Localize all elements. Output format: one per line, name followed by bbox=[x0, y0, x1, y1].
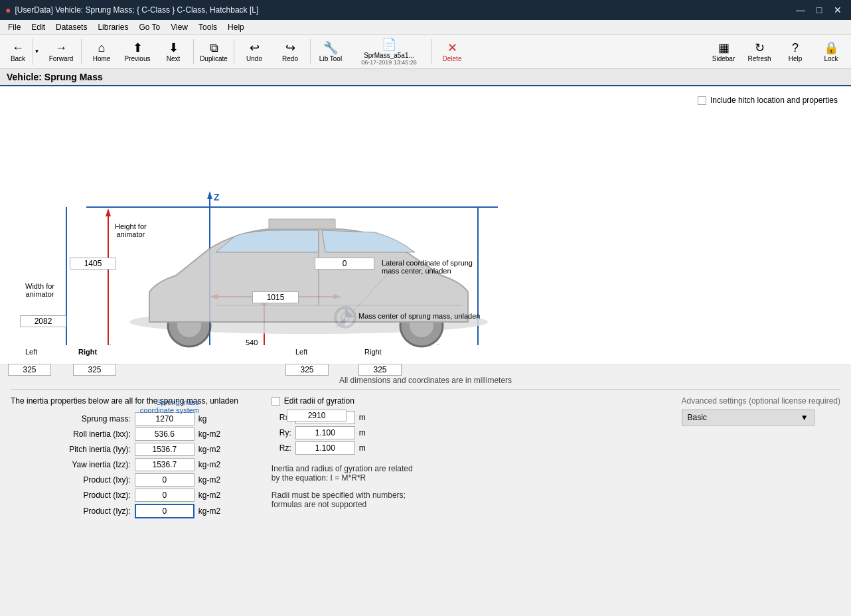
iyz-label: Product (Iyz): bbox=[11, 506, 131, 516]
help-button[interactable]: ? Help bbox=[778, 37, 812, 67]
redo-icon: ↪ bbox=[285, 40, 295, 55]
forward-button[interactable]: → Forward bbox=[44, 37, 78, 67]
dim-2910-input[interactable] bbox=[287, 410, 347, 422]
undo-button[interactable]: ↩ Undo bbox=[237, 37, 271, 67]
lock-icon: 🔒 bbox=[824, 40, 838, 55]
back-icon: ← bbox=[12, 41, 24, 55]
title-bar: ● [UserData] Vehicle: Sprung Mass; { C-C… bbox=[0, 0, 851, 20]
yaw-input[interactable] bbox=[135, 458, 194, 471]
parsfile-filename: SprMass_a5a1... bbox=[364, 52, 414, 59]
pitch-input[interactable] bbox=[135, 443, 194, 456]
help-label: Help bbox=[789, 55, 803, 62]
previous-button[interactable]: ⬆ Previous bbox=[120, 37, 155, 67]
hitch-checkbox[interactable] bbox=[698, 96, 706, 105]
parsfile-icon: 📄 bbox=[382, 37, 396, 52]
parsfile-date: 06-17-2019 13:45:26 bbox=[361, 59, 417, 66]
lock-button[interactable]: 🔒 Lock bbox=[814, 37, 848, 67]
ixz-label: Product (Ixz): bbox=[11, 491, 131, 500]
yaw-unit: kg-m2 bbox=[198, 460, 238, 469]
ixy-unit: kg-m2 bbox=[198, 475, 238, 485]
back-label: Back bbox=[11, 55, 25, 62]
menu-view[interactable]: View bbox=[165, 21, 193, 33]
toolbar-separator-3 bbox=[234, 39, 234, 64]
close-button[interactable]: ✕ bbox=[830, 2, 846, 18]
radii-text-1: Radii must be specified with numbers; bbox=[271, 491, 413, 500]
left-top-input[interactable] bbox=[8, 364, 51, 376]
toolbar-separator-1 bbox=[81, 39, 82, 64]
ry-unit: m bbox=[359, 428, 379, 437]
radii-note: Radii must be specified with numbers; fo… bbox=[271, 491, 413, 509]
toolbar: ← Back ▼ → Forward ⌂ Home ⬆ Previous ⬇ N… bbox=[0, 35, 851, 69]
rz-label: Rz: bbox=[271, 443, 291, 453]
redo-label: Redo bbox=[282, 55, 298, 62]
window-controls: — □ ✕ bbox=[793, 2, 846, 18]
next-button[interactable]: ⬇ Next bbox=[156, 37, 191, 67]
libtool-button[interactable]: 🔧 Lib Tool bbox=[313, 37, 348, 67]
next-icon: ⬇ bbox=[169, 40, 179, 55]
parsfile-button[interactable]: 📄 SprMass_a5a1... 06-17-2019 13:45:26 bbox=[349, 37, 429, 67]
help-icon: ? bbox=[792, 41, 799, 55]
menu-edit[interactable]: Edit bbox=[26, 21, 50, 33]
edit-radii-checkbox[interactable] bbox=[271, 397, 280, 406]
ixz-input[interactable] bbox=[135, 489, 194, 502]
edit-radii-row: Edit radii of gyration bbox=[271, 396, 413, 406]
roll-unit: kg-m2 bbox=[198, 429, 238, 439]
iyz-input[interactable] bbox=[135, 504, 194, 518]
width-animator-input[interactable] bbox=[20, 315, 66, 327]
front-right-input[interactable] bbox=[358, 364, 402, 376]
sprung-mass-input[interactable] bbox=[135, 412, 194, 425]
refresh-icon: ↻ bbox=[755, 40, 765, 55]
left-top-label: Left bbox=[25, 348, 37, 356]
app-icon: ● bbox=[5, 5, 11, 15]
front-left-input[interactable] bbox=[285, 364, 329, 376]
minimize-button[interactable]: — bbox=[793, 2, 809, 18]
ixz-unit: kg-m2 bbox=[198, 491, 238, 500]
height-animator-input[interactable] bbox=[70, 258, 116, 270]
dim-540-label: 540 bbox=[246, 339, 258, 346]
home-icon: ⌂ bbox=[98, 41, 106, 55]
menu-goto[interactable]: Go To bbox=[133, 21, 165, 33]
radii-text-2: formulas are not supported bbox=[271, 500, 413, 509]
sprung-mass-unit: kg bbox=[198, 414, 238, 424]
toolbar-separator-4 bbox=[310, 39, 311, 64]
menu-datasets[interactable]: Datasets bbox=[50, 21, 92, 33]
undo-label: Undo bbox=[246, 55, 262, 62]
refresh-button[interactable]: ↻ Refresh bbox=[742, 37, 777, 67]
equation-note: Inertia and radius of gyration are relat… bbox=[271, 464, 413, 483]
sidebar-button[interactable]: ▦ Sidebar bbox=[706, 37, 741, 67]
rz-unit: m bbox=[359, 443, 379, 453]
duplicate-button[interactable]: ⧉ Duplicate bbox=[196, 37, 231, 67]
duplicate-icon: ⧉ bbox=[210, 41, 218, 55]
back-dropdown-icon[interactable]: ▼ bbox=[35, 48, 40, 54]
lateral-coord-input[interactable] bbox=[315, 258, 374, 270]
rz-input[interactable] bbox=[295, 441, 355, 455]
delete-icon: ✕ bbox=[447, 40, 457, 55]
properties-section: The inertia properties below are all for… bbox=[11, 396, 840, 518]
advanced-dropdown[interactable]: Basic ▼ bbox=[682, 410, 814, 425]
yaw-label: Yaw inertia (Izz): bbox=[11, 460, 131, 469]
advanced-value: Basic bbox=[688, 413, 707, 422]
right-top-input[interactable] bbox=[73, 364, 116, 376]
equation-text: Inertia and radius of gyration are relat… bbox=[271, 464, 413, 473]
sidebar-label: Sidebar bbox=[712, 55, 735, 62]
front-left-label: Left bbox=[295, 348, 307, 356]
pitch-unit: kg-m2 bbox=[198, 445, 238, 454]
ry-label: Ry: bbox=[271, 428, 291, 437]
ry-input[interactable] bbox=[295, 426, 355, 439]
menu-help[interactable]: Help bbox=[222, 21, 250, 33]
menu-libraries[interactable]: Libraries bbox=[92, 21, 133, 33]
home-button[interactable]: ⌂ Home bbox=[84, 37, 119, 67]
menu-file[interactable]: File bbox=[3, 21, 26, 33]
menu-tools[interactable]: Tools bbox=[193, 21, 222, 33]
ixy-input[interactable] bbox=[135, 473, 194, 487]
advanced-section: Advanced settings (optional license requ… bbox=[682, 396, 840, 518]
window-title: [UserData] Vehicle: Sprung Mass; { C-Cla… bbox=[15, 5, 793, 15]
dim-1015-input[interactable] bbox=[252, 291, 299, 303]
dropdown-arrow-icon: ▼ bbox=[801, 413, 809, 422]
maximize-button[interactable]: □ bbox=[811, 2, 827, 18]
delete-button[interactable]: ✕ Delete bbox=[435, 37, 469, 67]
roll-input[interactable] bbox=[135, 427, 194, 441]
home-label: Home bbox=[93, 55, 111, 62]
redo-button[interactable]: ↪ Redo bbox=[273, 37, 307, 67]
back-button[interactable]: ← Back ▼ bbox=[3, 37, 42, 67]
